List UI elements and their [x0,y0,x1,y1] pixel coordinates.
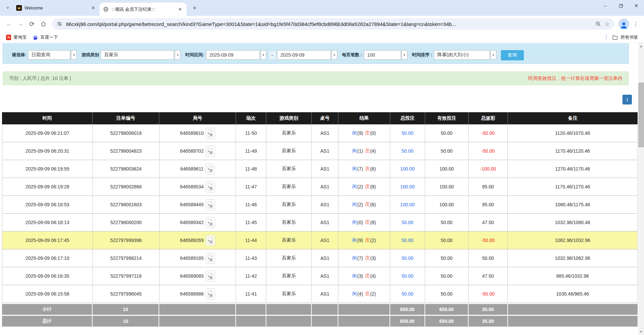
date-from-input[interactable]: 2025-09-09 ▼ [206,50,266,60]
banker-label: 庄 [365,273,370,279]
search-button[interactable]: 查询 [501,50,524,60]
cell-session: 11-48 [236,160,266,178]
col-payout: 总派彩 [469,112,508,124]
cell-game-type: 百家乐 [266,160,312,178]
address-bar[interactable]: 66cxkj98.com/ipl/portal.php/game/betreco… [52,18,614,30]
chevron-down-icon[interactable]: ▼ [175,50,180,60]
sort-select[interactable]: 降幂(由大到小) ▼ [434,50,496,60]
bookmark-star-icon[interactable]: ☆ [605,21,610,28]
tab-search-button[interactable]: ˅ [3,3,13,13]
cell-session: 11-44 [236,232,266,249]
col-time: 时间 [2,112,93,124]
footer-empty-cell [266,304,312,315]
player-label: 闲 [352,237,357,243]
tab-betrecord[interactable]: :::视讯 会员下注纪录::: ✕ [100,3,187,16]
all-bookmarks-button[interactable]: 所有书签 [610,34,640,40]
video-replay-button[interactable] [206,235,215,246]
reload-button[interactable]: ⟳ [26,18,38,30]
video-replay-button[interactable] [206,288,215,300]
table-row: 2025-09-09 06:21:07522798006018646589810… [2,124,638,142]
window-maximize-button[interactable] [613,0,629,11]
tab-close-icon[interactable]: ✕ [90,5,96,11]
cell-bet-id: 522798004823 [93,142,160,160]
game-type-select[interactable]: 百家乐 ▼ [101,50,180,60]
page-size-select[interactable]: 100 ▼ [364,50,407,60]
cell-time: 2025-09-09 06:17:10 [2,249,93,267]
scroll-thumb[interactable] [638,83,644,147]
cell-round-id: 646589085 [160,267,236,285]
col-valid-bet: 有效投注 [425,112,469,124]
round-id-text: 646589085 [180,273,204,279]
video-replay-button[interactable] [206,146,215,157]
table-row: 2025-09-09 06:19:28522798002868646589534… [2,178,638,196]
currency-summary: 币别 : 人民币 | 总共 :10 注单 | [9,75,71,82]
pagination-page-1[interactable]: 1 [622,95,632,104]
cell-valid-bet: 100.00 [425,196,469,213]
new-tab-button[interactable]: + [190,3,199,13]
round-id-text: 646589269 [180,238,204,243]
bookmark-baidu[interactable]: 百度一下 [31,34,60,40]
video-replay-button[interactable] [206,253,215,264]
date-to-input[interactable]: 2025-09-09 ▼ [277,50,337,60]
footer-empty-cell [159,316,236,327]
video-replay-button[interactable] [206,199,215,210]
footer-valid-bet: 650.00 [425,316,469,327]
video-replay-button[interactable] [206,181,215,192]
scroll-down-arrow[interactable]: ▼ [638,329,644,334]
url-text[interactable]: 66cxkj98.com/ipl/portal.php/game/betreco… [66,21,592,27]
browser-menu-icon[interactable]: ⋮ [631,19,641,29]
tab-close-icon[interactable]: ✕ [177,6,183,12]
player-points: (0) [357,220,363,225]
profile-avatar[interactable] [618,19,629,29]
cell-session: 11-47 [236,178,266,195]
window-controls: – ✕ [598,0,644,16]
cell-round-id: 646589534 [160,178,236,195]
sort-label: 时间排序 : [412,50,432,60]
col-total-bet: 总投注 [390,112,425,124]
player-points: (1) [357,148,363,154]
footer-empty-cell [312,304,338,315]
scroll-up-arrow[interactable]: ▲ [638,43,644,49]
zoom-icon[interactable] [595,21,601,27]
range-separator: ~ [268,51,276,60]
home-button[interactable] [38,18,49,30]
query-type-select[interactable]: 日期查询 ▼ [28,50,77,60]
chevron-down-icon[interactable]: ▼ [490,50,496,60]
cell-session: 11-45 [236,214,266,231]
cell-total-bet: 50.00 [390,214,425,231]
video-replay-button[interactable] [206,271,215,282]
cell-session: 11-43 [236,249,266,267]
tab-title: :::视讯 会员下注纪录::: [111,6,174,12]
cell-payout: 47.50 [469,214,508,231]
chevron-down-icon[interactable]: ▼ [332,50,337,60]
window-close-button[interactable]: ✕ [629,0,644,11]
player-points: (3) [357,273,363,279]
round-id-text: 646588986 [180,291,204,297]
window-minimize-button[interactable]: – [598,0,613,11]
chevron-down-icon[interactable]: ▼ [71,50,77,60]
back-button[interactable]: ← [3,18,15,30]
chevron-down-icon[interactable]: ▼ [261,50,266,60]
round-id-text: 646589810 [180,130,204,136]
video-replay-button[interactable] [205,163,215,175]
cell-total-bet: 100.00 [390,196,425,213]
cell-time: 2025-09-09 06:15:58 [2,285,93,303]
forward-button[interactable]: → [15,18,26,30]
cell-remark: 1170.46/1120.46 [508,142,637,160]
cell-remark: 1035.46/985.46 [508,285,637,303]
scrollbar[interactable]: ▲ ▼ [638,43,644,335]
cell-time: 2025-09-09 06:19:28 [2,178,93,195]
cell-remark: 1175.46/1270.46 [508,178,637,195]
cell-remark: 1120.46/1070.46 [508,124,637,142]
video-replay-button[interactable] [206,128,215,139]
tab-welcome[interactable]: Welcome ✕ [13,0,100,16]
cell-time: 2025-09-09 06:20:31 [2,142,93,160]
site-info-icon[interactable] [57,21,63,27]
cell-time: 2025-09-09 06:16:35 [2,267,93,285]
footer-empty-cell [266,316,312,327]
chevron-down-icon[interactable]: ▼ [402,50,407,60]
video-replay-button[interactable] [206,217,215,228]
bookmark-aitaobao[interactable]: 淘 爱淘宝 [4,34,29,40]
cell-valid-bet: 100.00 [425,178,469,195]
welcome-favicon-icon [16,5,22,11]
